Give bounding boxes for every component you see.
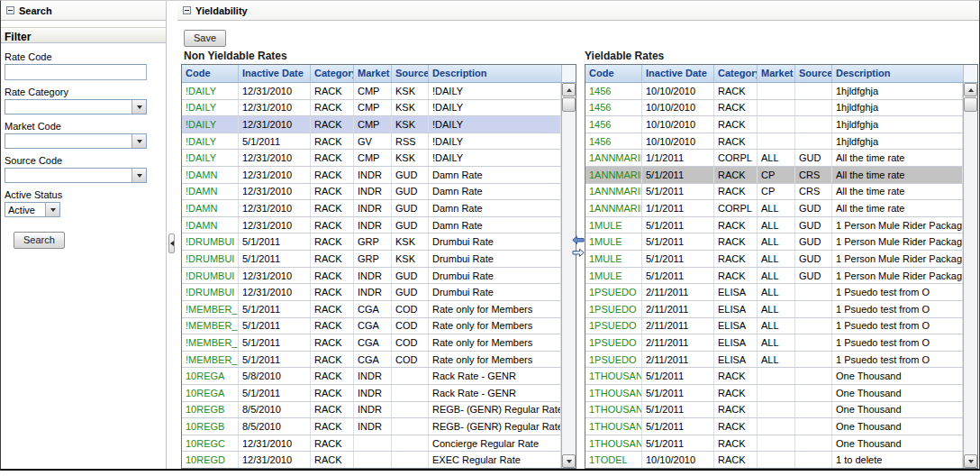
rate-category-label: Rate Category	[5, 87, 166, 97]
move-to-yieldable-button[interactable]	[572, 248, 586, 258]
table-row[interactable]: !DAILY12/31/2010RACKCMPKSK!DAILY	[182, 100, 561, 117]
table-row[interactable]: !DAMN12/31/2010RACKINDRGUDDamn Rate	[182, 200, 561, 217]
scroll-up-button[interactable]	[562, 83, 576, 96]
column-header[interactable]: Source	[392, 65, 429, 82]
table-row[interactable]: 1PSUEDO2/11/2011ELISAALL1 Psuedo test fr…	[585, 301, 963, 318]
column-header[interactable]: Code	[585, 65, 642, 82]
scrollbar-track[interactable]	[964, 112, 977, 454]
dropdown-button[interactable]	[45, 203, 59, 216]
table-row[interactable]: 10REGB8/5/2010RACKINDRREGB- (GENR) Regul…	[182, 402, 561, 419]
table-row[interactable]: 1THOUSAND5/1/2011RACKOne Thousand	[585, 368, 963, 385]
table-row[interactable]: !DAILY12/31/2010RACKCMPKSK!DAILY	[182, 83, 561, 100]
table-row[interactable]: 1THOUSAND5/1/2011RACKOne Thousand	[585, 385, 963, 402]
cell: 5/1/2011	[642, 368, 714, 384]
table-row[interactable]: 10REGD12/31/2010RACKEXEC Regular Rate	[182, 452, 561, 468]
table-row[interactable]: !DAMN12/31/2010RACKINDRGUDDamn Rate	[182, 217, 561, 234]
table-row[interactable]: !DAMN12/31/2010RACKINDRGUDDamn Rate	[182, 184, 561, 201]
table-row[interactable]: 10REGA5/1/2011RACKINDRRack Rate - GENR	[182, 385, 561, 402]
table-row[interactable]: !DRUMBUI12/31/2010RACKINDRGUDDrumbui Rat…	[182, 284, 561, 301]
panel-splitter[interactable]	[167, 1, 177, 469]
cell: INDR	[354, 284, 392, 300]
cell	[795, 301, 832, 317]
save-button[interactable]: Save	[184, 30, 226, 47]
cell: REGB- (GENR) Regular Rate	[429, 418, 561, 435]
table-row[interactable]: 1PSUEDO2/11/2011ELISAALL1 Psuedo test fr…	[585, 318, 963, 335]
source-code-select[interactable]	[5, 168, 147, 183]
table-row[interactable]: !DAILY12/31/2010RACKCMPKSK!DAILY	[182, 150, 561, 167]
table-row[interactable]: 145610/10/2010RACK1hjldfghja	[585, 116, 963, 133]
table-row[interactable]: 145610/10/2010RACK1hjldfghja	[585, 83, 963, 100]
rate-category-select[interactable]	[5, 99, 147, 114]
column-header[interactable]: Category	[714, 65, 758, 82]
column-header[interactable]: Description	[429, 65, 562, 82]
collapse-icon[interactable]	[183, 6, 191, 14]
cell: 1/1/2011	[642, 150, 714, 166]
market-code-select[interactable]	[5, 133, 147, 149]
table-row[interactable]: 1MULE5/1/2011RACKALLGUD1 Person Mule Rid…	[585, 233, 963, 251]
column-header[interactable]: Description	[832, 65, 964, 82]
table-row[interactable]: !MEMBER_RA...5/1/2011RACKCGACODRate only…	[182, 318, 561, 335]
table-row[interactable]: !MEMBER_RA...5/1/2011RACKCGACODRate only…	[182, 352, 561, 369]
table-row[interactable]: 1PSUEDO2/11/2011ELISAALL1 Psuedo test fr…	[585, 284, 963, 301]
table-row[interactable]: !DRUMBUI5/1/2011RACKGRPKSKDrumbui Rate	[182, 233, 561, 251]
cell: INDR	[354, 217, 392, 233]
dropdown-button[interactable]	[132, 134, 146, 148]
table-row[interactable]: 10REGB8/5/2010RACKINDRREGB- (GENR) Regul…	[182, 418, 561, 435]
table-row[interactable]: 1THOUSAND5/1/2011RACKOne Thousand	[585, 435, 963, 453]
scrollbar-thumb[interactable]	[964, 97, 977, 112]
cell-code: 1THOUSAND	[585, 385, 642, 401]
table-row[interactable]: !DAMN12/31/2010RACKINDRGUDDamn Rate	[182, 167, 561, 184]
table-row[interactable]: !MEMBER_RA...5/1/2011RACKCGACODRate only…	[182, 334, 561, 352]
move-to-non-yieldable-button[interactable]	[572, 235, 586, 245]
search-button[interactable]: Search	[14, 232, 65, 249]
column-header[interactable]: Code	[182, 65, 239, 82]
table-row[interactable]: 1MULE5/1/2011RACKALLGUD1 Person Mule Rid…	[585, 217, 963, 234]
table-row[interactable]: 1PSUEDO2/11/2011ELISAALL1 Psuedo test fr…	[585, 352, 963, 369]
table-row[interactable]: 10REGA5/8/2010RACKINDRRack Rate - GENR	[182, 368, 561, 385]
table-row[interactable]: 1ANNMARIE5/1/2011RACKCPCRSAll the time r…	[585, 184, 963, 201]
scroll-down-button[interactable]	[964, 454, 977, 468]
active-status-select[interactable]: Active	[5, 202, 60, 217]
cell: 10/10/2010	[642, 116, 714, 133]
table-row[interactable]: 10REGC12/31/2010RACKConcierge Regular Ra…	[182, 435, 561, 453]
rate-code-input[interactable]	[5, 64, 147, 80]
table-row[interactable]: 1THOUSAND5/1/2011RACKOne Thousand	[585, 418, 963, 435]
table-row[interactable]: 1ANNMARIE1/1/2011CORPLALLGUDAll the time…	[585, 150, 963, 167]
column-header[interactable]: Category	[311, 65, 354, 82]
column-header[interactable]: Market	[758, 65, 795, 82]
cell: RACK	[311, 284, 354, 300]
cell: GUD	[392, 217, 429, 233]
table-row[interactable]: !DAILY12/31/2010RACKCMPKSK!DAILY	[182, 116, 561, 133]
column-header[interactable]: Market	[354, 65, 392, 82]
table-row[interactable]: 1ANNMARIE1/1/2011CORPLALLGUDAll the time…	[585, 200, 963, 217]
table-row[interactable]: 1PSUEDO2/11/2011ELISAALL1 Psuedo test fr…	[585, 334, 963, 352]
table-row[interactable]: 1MULE5/1/2011RACKALLGUD1 Person Mule Rid…	[585, 251, 963, 268]
scroll-down-button[interactable]	[562, 454, 576, 468]
table-row[interactable]: 1MULE5/1/2011RACKALLGUD1 Person Mule Rid…	[585, 268, 963, 285]
column-header[interactable]: Inactive Date	[239, 65, 311, 82]
table-row[interactable]: 1TODEL10/10/2010RACK1 to delete	[585, 452, 963, 468]
scroll-up-button[interactable]	[964, 83, 977, 96]
table-row[interactable]: 145610/10/2010RACK1hjldfghja	[585, 100, 963, 117]
cell: INDR	[354, 418, 392, 435]
scrollbar-thumb[interactable]	[562, 97, 576, 112]
table-row[interactable]: !DRUMBUI12/31/2010RACKINDRGUDDrumbui Rat…	[182, 268, 561, 285]
cell: ALL	[758, 301, 795, 317]
cell: 10/10/2010	[642, 100, 714, 116]
active-status-label: Active Status	[5, 189, 166, 200]
vertical-scrollbar[interactable]	[963, 83, 977, 468]
scrollbar-track[interactable]	[562, 112, 576, 454]
table-row[interactable]: !DRUMBUI5/1/2011RACKGRPKSKDrumbui Rate	[182, 251, 561, 268]
table-row[interactable]: 1ANNMARIE5/1/2011RACKCPCRSAll the time r…	[585, 167, 963, 184]
table-row[interactable]: !DAILY5/1/2011RACKGVRSS!DAILY	[182, 133, 561, 151]
collapse-icon[interactable]	[6, 6, 14, 14]
table-row[interactable]: !MEMBER_RA...5/1/2011RACKCGACODRate only…	[182, 301, 561, 318]
column-header[interactable]: Inactive Date	[642, 65, 714, 82]
table-row[interactable]: 145610/10/2010RACK1hjldfghja	[585, 133, 963, 151]
column-header[interactable]: Source	[795, 65, 832, 82]
splitter-collapse-handle[interactable]	[168, 233, 175, 253]
vertical-scrollbar[interactable]	[561, 83, 576, 468]
dropdown-button[interactable]	[132, 169, 146, 182]
dropdown-button[interactable]	[132, 100, 146, 114]
table-row[interactable]: 1THOUSAND5/1/2011RACKOne Thousand	[585, 402, 963, 419]
